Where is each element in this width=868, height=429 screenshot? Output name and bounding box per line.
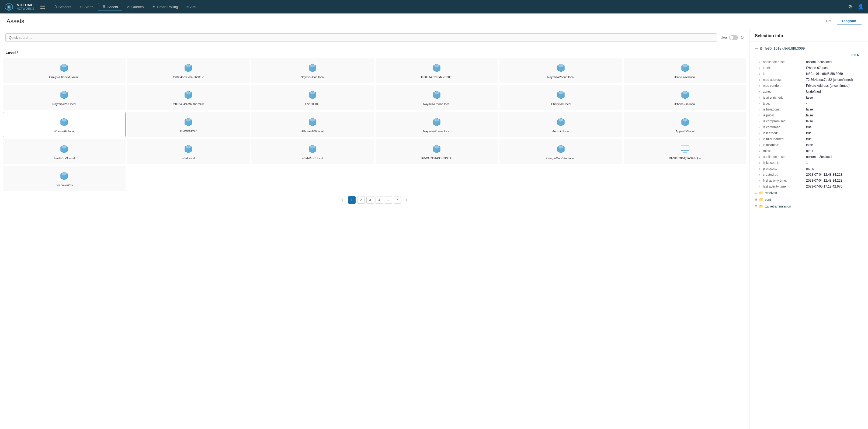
expand-chevron[interactable]: ›	[759, 179, 762, 182]
nav-smart-polling[interactable]: ✦ Smart Polling	[148, 3, 182, 11]
asset-item[interactable]: Naymis-iPhone.local	[376, 112, 498, 137]
property-row: › is broadcast: false	[754, 106, 864, 112]
asset-item[interactable]: 172.20.10.9	[251, 85, 374, 110]
asset-label: iPhone-10.local	[551, 102, 571, 106]
expand-chevron[interactable]: ›	[759, 66, 762, 69]
asset-item[interactable]: fe80::1492:e0d2:c0b8:3	[376, 58, 498, 83]
asset-item[interactable]: iPhone-67.local	[3, 112, 126, 137]
expand-chevron[interactable]: ›	[759, 149, 762, 153]
nav-queries[interactable]: ⊘ Queries	[123, 3, 148, 11]
hamburger-button[interactable]	[38, 3, 48, 10]
pagination-next[interactable]: ›	[403, 196, 410, 204]
info-panel: Info ▶	[754, 52, 864, 59]
asset-item[interactable]: BRWA8934A93B2DC.lo	[376, 139, 498, 164]
property-row: › first activity time: 2023-07-04 12:48:…	[754, 178, 864, 184]
asset-item[interactable]: iPad-Pro-3.local	[624, 58, 746, 83]
tree-sub-item[interactable]: ⊞ 📁 sent	[754, 196, 864, 203]
property-key: is learned:	[763, 131, 806, 135]
search-input[interactable]	[5, 33, 717, 42]
asset-item[interactable]: fe80::45e:e2ba:66c8:5c	[127, 58, 250, 83]
info-link[interactable]: Info ▶	[851, 53, 859, 57]
pagination-page-3[interactable]: 3	[366, 196, 374, 204]
asset-item[interactable]: Apple-TV.local	[624, 112, 746, 137]
refresh-icon[interactable]: ↻	[740, 35, 744, 40]
asset-item[interactable]: fe80::454:4a92:f6d7:4f8	[127, 85, 250, 110]
expand-chevron[interactable]: ›	[759, 173, 762, 176]
property-value: true	[806, 125, 858, 129]
asset-label: nozomi-n2os	[56, 183, 73, 187]
expand-chevron[interactable]: ›	[759, 114, 762, 117]
asset-item[interactable]: Naymis-iPad.local	[3, 85, 126, 110]
asset-item[interactable]: nozomi-n2os	[3, 166, 126, 191]
expand-icon: ⊞	[755, 191, 757, 194]
pagination-page-2[interactable]: 2	[357, 196, 365, 204]
expand-chevron[interactable]: ›	[759, 185, 762, 188]
asset-item[interactable]: TL-WPA4220	[127, 112, 250, 137]
expand-chevron[interactable]: ›	[759, 131, 762, 135]
property-value: false	[806, 119, 858, 123]
expand-chevron[interactable]: ›	[759, 78, 762, 81]
expand-chevron[interactable]: ›	[759, 101, 762, 105]
expand-chevron[interactable]: ›	[759, 90, 762, 93]
asset-item[interactable]: Craigs-iPhone-13-mini.	[3, 58, 126, 83]
live-toggle-switch[interactable]	[729, 35, 738, 40]
property-value: true	[806, 131, 858, 135]
tree-sub-item[interactable]: ⊞ 📁 tcp retransmission	[754, 203, 864, 210]
property-row: › is compromised: false	[754, 118, 864, 124]
sub-item-label: sent	[765, 198, 771, 202]
property-row: › last activity time: 2023-07-05 17:19:4…	[754, 184, 864, 189]
expand-chevron[interactable]: ›	[759, 96, 762, 99]
asset-item[interactable]: DESKTOP-Q1ASE9Q.lo	[624, 139, 746, 164]
asset-item[interactable]: iPhone-10.local	[499, 85, 622, 110]
asset-icon	[556, 117, 566, 127]
tab-diagram[interactable]: Diagram	[837, 17, 862, 25]
asset-icon	[183, 90, 193, 100]
expand-chevron[interactable]: ›	[759, 137, 762, 141]
asset-label: iPhone-67.local	[54, 129, 74, 133]
asset-label: TL-WPA4220	[180, 129, 197, 133]
expand-chevron[interactable]: ›	[759, 167, 762, 170]
asset-icon	[307, 90, 318, 100]
expand-chevron[interactable]: ›	[759, 155, 762, 158]
pagination-page-4[interactable]: 4	[376, 196, 383, 204]
asset-item[interactable]: Naymis-iPad.local	[251, 58, 374, 83]
asset-item[interactable]: iPhone-106.local	[251, 112, 374, 137]
asset-label: DESKTOP-Q1ASE9Q.lo	[669, 156, 701, 160]
expand-chevron[interactable]: ›	[759, 84, 762, 87]
property-key: label:	[763, 66, 806, 70]
pagination-prev[interactable]: ‹	[339, 196, 346, 204]
asset-label: iPad-Pro-3.local	[54, 156, 74, 160]
asset-item[interactable]: iPad-Pro-3.local	[3, 139, 126, 164]
expand-chevron[interactable]: ›	[759, 143, 762, 147]
expand-chevron[interactable]: ›	[759, 119, 762, 123]
tree-root-collapse-icon[interactable]: ▬	[755, 47, 758, 50]
settings-button[interactable]: ⚙	[847, 3, 854, 11]
tree-sub-item[interactable]: ⊞ 📁 received	[754, 189, 864, 196]
nav-arc[interactable]: ≈ Arc	[183, 3, 199, 11]
pagination-page-6[interactable]: 6	[394, 196, 401, 204]
asset-label: iPad.local	[182, 156, 195, 160]
tree-root-item: ▬ 🖥 fe80::101e:d8d6:8f8:3069	[754, 44, 864, 52]
asset-item[interactable]: Naymis-iPhone.local	[499, 58, 622, 83]
property-row: › is disabled: false	[754, 142, 864, 148]
expand-chevron[interactable]: ›	[759, 60, 762, 64]
property-key: is confirmed:	[763, 125, 806, 129]
expand-chevron[interactable]: ›	[759, 72, 762, 75]
expand-chevron[interactable]: ›	[759, 125, 762, 129]
tab-list[interactable]: List	[820, 17, 837, 25]
asset-item[interactable]: Android.local	[499, 112, 622, 137]
nav-alerts[interactable]: ◇ Alerts	[76, 3, 97, 11]
asset-item[interactable]: Craigs-Mac-Studio.loc	[499, 139, 622, 164]
nav-sensors[interactable]: ⬡ Sensors	[50, 3, 75, 11]
page-title: Assets	[6, 18, 24, 25]
nav-assets[interactable]: 🖥 Assets	[98, 3, 122, 11]
asset-item[interactable]: iPad.local	[127, 139, 250, 164]
asset-item[interactable]: iPad-Pro-3.local	[251, 139, 374, 164]
alerts-icon: ◇	[80, 5, 83, 9]
asset-item[interactable]: iPhone-Isa.local	[624, 85, 746, 110]
user-button[interactable]: 👤	[857, 3, 865, 11]
asset-item[interactable]: Naymis-iPhone.local	[376, 85, 498, 110]
expand-chevron[interactable]: ›	[759, 161, 762, 164]
pagination-page-1[interactable]: 1	[348, 196, 355, 204]
expand-chevron[interactable]: ›	[759, 108, 762, 111]
